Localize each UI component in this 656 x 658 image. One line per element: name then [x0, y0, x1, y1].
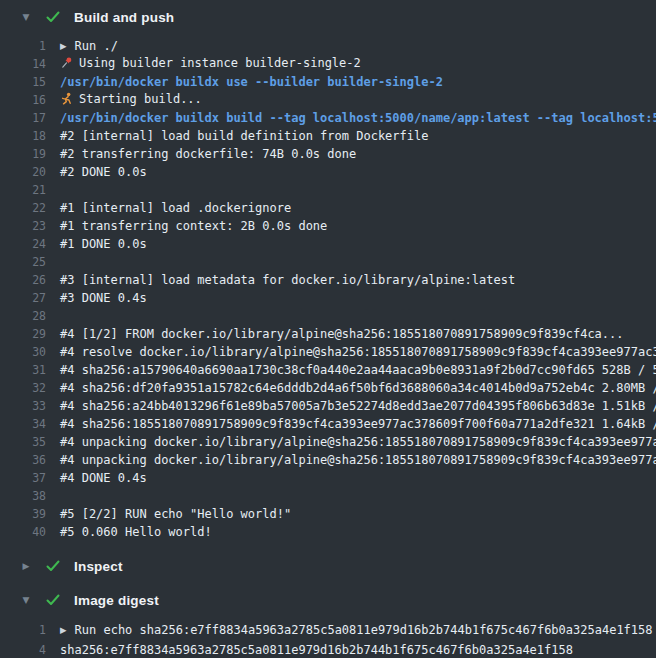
line-content: #1 transferring context: 2B 0.0s done — [46, 217, 656, 235]
log-line: 36 #4 unpacking docker.io/library/alpine… — [0, 451, 656, 469]
line-number[interactable]: 23 — [0, 219, 46, 233]
line-number[interactable]: 38 — [0, 489, 46, 503]
line-number[interactable]: 35 — [0, 435, 46, 449]
line-number[interactable]: 18 — [0, 129, 46, 143]
line-content: #3 DONE 0.4s — [46, 289, 656, 307]
line-content: Using builder instance builder-single-2 — [46, 54, 656, 74]
success-check-icon — [45, 558, 61, 574]
log-line: 17 /usr/bin/docker buildx build --tag lo… — [0, 109, 656, 127]
log-line: 1 ▶Run ./ — [0, 37, 656, 55]
runner-icon — [60, 92, 73, 110]
log-line: 40 #5 0.060 Hello world! — [0, 523, 656, 541]
disclosure-triangle-icon[interactable]: ▶ — [20, 562, 32, 571]
expand-step-icon[interactable]: ▶ — [60, 621, 67, 639]
log-line: 24 #1 DONE 0.0s — [0, 235, 656, 253]
line-text: Using builder instance builder-single-2 — [79, 56, 361, 70]
log-line: 1 ▶Run echo sha256:e7ff8834a5963a2785c5a… — [0, 620, 656, 640]
log-line: 23 #1 transferring context: 2B 0.0s done — [0, 217, 656, 235]
line-content: #4 sha256:a15790640a6690aa1730c38cf0a440… — [46, 361, 656, 379]
line-number[interactable]: 15 — [0, 75, 46, 89]
line-text: #4 resolve docker.io/library/alpine@sha2… — [60, 345, 656, 359]
log-line: 29 #4 [1/2] FROM docker.io/library/alpin… — [0, 325, 656, 343]
line-number[interactable]: 21 — [0, 183, 46, 197]
line-content: #4 resolve docker.io/library/alpine@sha2… — [46, 343, 656, 361]
line-text: #1 DONE 0.0s — [60, 237, 147, 251]
line-number[interactable]: 39 — [0, 507, 46, 521]
line-number[interactable]: 29 — [0, 327, 46, 341]
line-text: #3 [internal] load metadata for docker.i… — [60, 273, 515, 287]
log-line: 20 #2 DONE 0.0s — [0, 163, 656, 181]
line-number[interactable]: 32 — [0, 381, 46, 395]
line-number[interactable]: 1 — [0, 39, 46, 53]
line-number[interactable]: 4 — [0, 643, 46, 657]
line-text: #1 transferring context: 2B 0.0s done — [60, 219, 327, 233]
line-content: #4 sha256:185518070891758909c9f839cf4ca3… — [46, 415, 656, 433]
line-content: #2 DONE 0.0s — [46, 163, 656, 181]
log-line: 31 #4 sha256:a15790640a6690aa1730c38cf0a… — [0, 361, 656, 379]
log-line: 26 #3 [internal] load metadata for docke… — [0, 271, 656, 289]
log-line: 33 #4 sha256:a24bb4013296f61e89ba57005a7… — [0, 397, 656, 415]
line-number[interactable]: 20 — [0, 165, 46, 179]
section-header-image-digest[interactable]: ▼ Image digest — [0, 583, 656, 617]
line-content: #5 0.060 Hello world! — [46, 523, 656, 541]
log-line: 27 #3 DONE 0.4s — [0, 289, 656, 307]
line-number[interactable]: 40 — [0, 525, 46, 539]
line-number[interactable]: 36 — [0, 453, 46, 467]
line-text: #4 unpacking docker.io/library/alpine@sh… — [60, 453, 656, 467]
line-content: /usr/bin/docker buildx use --builder bui… — [46, 73, 656, 91]
section-header-build-and-push[interactable]: ▼ Build and push — [0, 0, 656, 34]
pushpin-icon — [60, 56, 73, 74]
log-line: 34 #4 sha256:185518070891758909c9f839cf4… — [0, 415, 656, 433]
line-number[interactable]: 22 — [0, 201, 46, 215]
line-number[interactable]: 27 — [0, 291, 46, 305]
line-number[interactable]: 30 — [0, 345, 46, 359]
section-title: Inspect — [74, 559, 123, 574]
line-text: #4 [1/2] FROM docker.io/library/alpine@s… — [60, 327, 624, 341]
success-check-icon — [45, 9, 61, 25]
line-number[interactable]: 33 — [0, 399, 46, 413]
line-number[interactable]: 16 — [0, 93, 46, 107]
line-number[interactable]: 17 — [0, 111, 46, 125]
line-content: ▶Run ./ — [46, 37, 656, 55]
line-content: #5 [2/2] RUN echo "Hello world!" — [46, 505, 656, 523]
line-content: #4 [1/2] FROM docker.io/library/alpine@s… — [46, 325, 656, 343]
line-number[interactable]: 25 — [0, 255, 46, 269]
line-text: Run ./ — [75, 39, 118, 53]
log-line: 22 #1 [internal] load .dockerignore — [0, 199, 656, 217]
log-line: 38 — [0, 487, 656, 505]
log-line: 25 — [0, 253, 656, 271]
line-content: /usr/bin/docker buildx build --tag local… — [46, 109, 656, 127]
line-content: #2 transferring dockerfile: 74B 0.0s don… — [46, 145, 656, 163]
line-text: Run echo sha256:e7ff8834a5963a2785c5a081… — [75, 623, 653, 637]
line-text: #2 DONE 0.0s — [60, 165, 147, 179]
line-number[interactable]: 34 — [0, 417, 46, 431]
line-number[interactable]: 28 — [0, 309, 46, 323]
line-number[interactable]: 14 — [0, 57, 46, 71]
actions-log-viewer: ▼ Build and push 1 ▶Run ./ 14 Using buil… — [0, 0, 656, 658]
line-number[interactable]: 24 — [0, 237, 46, 251]
log-line: 14 Using builder instance builder-single… — [0, 55, 656, 73]
disclosure-triangle-icon[interactable]: ▼ — [20, 596, 32, 605]
line-text: #3 DONE 0.4s — [60, 291, 147, 305]
section-header-inspect[interactable]: ▶ Inspect — [0, 549, 656, 583]
line-text: #5 0.060 Hello world! — [60, 525, 212, 539]
log-line: 39 #5 [2/2] RUN echo "Hello world!" — [0, 505, 656, 523]
line-content: Starting build... — [46, 90, 656, 110]
line-text: Starting build... — [79, 92, 202, 106]
line-content: sha256:e7ff8834a5963a2785c5a0811e979d16b… — [46, 641, 656, 658]
disclosure-triangle-icon[interactable]: ▼ — [20, 13, 32, 22]
line-content: #4 unpacking docker.io/library/alpine@sh… — [46, 433, 656, 451]
expand-step-icon[interactable]: ▶ — [60, 37, 67, 55]
log-area: 1 ▶Run ./ 14 Using builder instance buil… — [0, 34, 656, 549]
line-number[interactable]: 37 — [0, 471, 46, 485]
line-number[interactable]: 19 — [0, 147, 46, 161]
line-number[interactable]: 26 — [0, 273, 46, 287]
line-number[interactable]: 31 — [0, 363, 46, 377]
line-text: #4 sha256:185518070891758909c9f839cf4ca3… — [60, 417, 656, 431]
line-text: #4 unpacking docker.io/library/alpine@sh… — [60, 435, 656, 449]
line-content: #2 [internal] load build definition from… — [46, 127, 656, 145]
line-number[interactable]: 1 — [0, 623, 46, 637]
line-content: #1 DONE 0.0s — [46, 235, 656, 253]
log-line: 21 — [0, 181, 656, 199]
line-content: #4 unpacking docker.io/library/alpine@sh… — [46, 451, 656, 469]
